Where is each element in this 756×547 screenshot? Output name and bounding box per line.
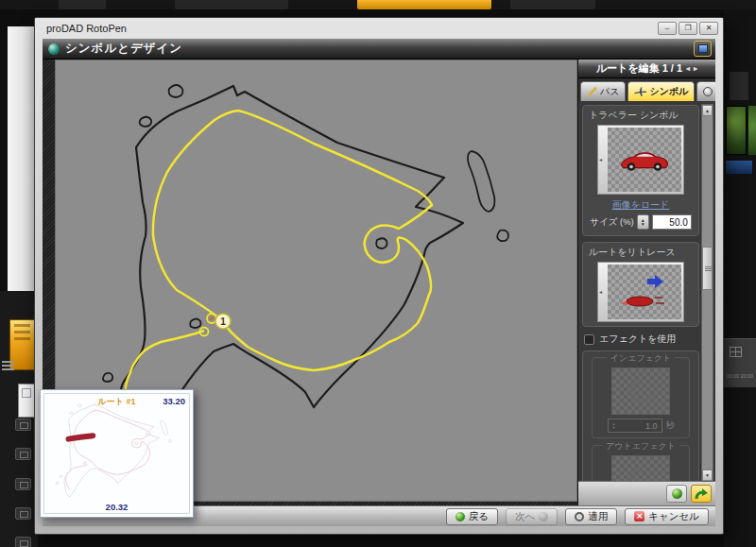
toolbar-active-button[interactable] [357, 0, 491, 9]
route-preview-panel: ルート #1 33.20 20.32 [40, 389, 194, 518]
out-effect-thumbnail[interactable] [611, 455, 670, 481]
scroll-down-button[interactable]: ▼ [702, 470, 713, 481]
tab-path-label: パス [600, 85, 619, 98]
apply-button[interactable]: 適用 [565, 508, 617, 525]
section-title: シンボルとデザイン [65, 41, 688, 57]
panel-toggle-button[interactable] [694, 41, 712, 57]
car-icon [617, 146, 672, 173]
retrace-group: ルートをリトレース ◂ [582, 242, 699, 327]
route-preview-inner: ルート #1 33.20 20.32 [43, 393, 190, 514]
preview-route [73, 410, 150, 474]
edit-panel: ルートを編集 1 / 1 ◂ ▸ パス シンボル トリミング [577, 60, 715, 505]
apply-icon [575, 512, 584, 521]
show-path-button[interactable] [691, 485, 712, 503]
retrace-title: ルートをリトレース [589, 246, 695, 259]
cancel-label: キャンセル [648, 510, 699, 523]
route-marker-label: 1 [220, 316, 226, 327]
pen-icon [587, 87, 597, 97]
preview-toggle-button[interactable] [666, 485, 687, 503]
traveler-symbol-group: トラベラー シンボル ◂ [582, 105, 699, 236]
back-icon [455, 512, 465, 521]
menu-icon [2, 361, 14, 371]
tab-symbol-label: シンボル [649, 85, 688, 98]
dialog-titlebar[interactable]: proDAD RotoPen – ❐ ✕ [35, 18, 723, 39]
traveler-symbol-thumbnail[interactable]: ◂ [597, 125, 684, 195]
swoosh-icon [612, 456, 669, 481]
in-effect-fieldset: インエフェクト ▲▼ 1.0 [592, 357, 690, 438]
dialog-title: proDAD RotoPen [46, 23, 656, 34]
background-library: 00:00 20:00 [724, 9, 756, 547]
in-effect-duration-stepper[interactable]: ▲▼ 1.0 [608, 419, 662, 433]
track-icon [15, 448, 31, 460]
library-thumbnail [726, 106, 747, 155]
panel-content: トラベラー シンボル ◂ [578, 101, 715, 481]
cancel-button[interactable]: ✕ キャンセル [625, 508, 709, 525]
out-effect-fieldset: アウトエフェクト ▲▼ 1.0 [592, 445, 690, 481]
route-prev-icon[interactable]: ◂ [686, 64, 690, 73]
library-item [730, 72, 748, 100]
minimize-button[interactable]: – [658, 22, 677, 35]
cancel-icon: ✕ [634, 511, 644, 521]
preview-outline [64, 404, 159, 497]
thumb-arrow-icon: ◂ [599, 156, 602, 162]
toolbar-button [510, 0, 595, 9]
effects-group: インエフェクト ▲▼ 1.0 [582, 350, 699, 481]
preview-top-value: 33.20 [163, 396, 185, 406]
use-effects-label: エフェクトを使用 [599, 333, 676, 346]
track-icon [15, 537, 31, 547]
size-input[interactable] [652, 214, 692, 230]
stepper-down-icon[interactable]: ▼ [641, 222, 645, 226]
route-pager-title: ルートを編集 1 / 1 [596, 61, 682, 76]
in-effect-thumbnail[interactable] [611, 368, 670, 415]
background-toolbar [0, 0, 756, 9]
preview-active-segment [69, 436, 94, 438]
preview-bottom-value: 20.32 [44, 502, 189, 512]
back-label: 戻る [469, 510, 489, 523]
preview-route-spur [65, 465, 87, 489]
back-button[interactable]: 戻る [446, 508, 498, 525]
size-row: サイズ (%) ▲ ▼ [587, 214, 695, 230]
size-stepper[interactable]: ▲ ▼ [637, 214, 649, 230]
swoosh-icon [612, 368, 669, 414]
clock-icon [703, 87, 713, 96]
apply-label: 適用 [588, 510, 608, 523]
route-node-center [210, 316, 214, 320]
close-button[interactable]: ✕ [699, 22, 718, 35]
out-effect-legend: アウトエフェクト [596, 440, 685, 453]
swoosh-arrow-icon [694, 487, 709, 501]
scroll-up-button[interactable]: ▲ [702, 105, 713, 116]
next-button: 次へ [506, 508, 558, 525]
thumb-arrow-icon: ◂ [599, 288, 602, 295]
timecode-label: 00:00 20:00 [727, 373, 754, 378]
in-effect-unit: 秒 [666, 419, 675, 432]
tab-symbol[interactable]: シンボル [627, 81, 695, 101]
route-next-icon[interactable]: ▸ [694, 64, 697, 73]
section-header: シンボルとデザイン [43, 39, 715, 60]
toolbar-button [59, 0, 106, 9]
globe-icon [672, 488, 682, 499]
scroll-thumb[interactable] [702, 247, 713, 290]
use-effects-checkbox[interactable] [584, 334, 594, 345]
in-effect-legend: インエフェクト [596, 352, 685, 365]
timeline-thumbnail [18, 384, 35, 418]
islands-outline [90, 85, 508, 409]
size-label: サイズ (%) [590, 216, 634, 229]
route-pager: ルートを編集 1 / 1 ◂ ▸ [578, 60, 715, 78]
next-icon [539, 512, 548, 521]
library-thumbnail [726, 161, 752, 174]
route-path[interactable] [153, 111, 432, 370]
panel-footer [578, 481, 715, 505]
tab-trimming[interactable]: トリミング [696, 81, 715, 101]
plane-icon [634, 87, 646, 97]
in-effect-duration-value: 1.0 [645, 421, 658, 431]
maximize-button[interactable]: ❐ [679, 22, 697, 35]
preview-islands [56, 403, 172, 484]
retrace-thumbnail[interactable]: ◂ [597, 262, 684, 322]
rotopen-logo-icon [48, 43, 60, 55]
tab-path[interactable]: パス [580, 81, 626, 101]
use-effects-row: エフェクトを使用 [584, 333, 697, 346]
panel-scrollbar[interactable]: ▲ ▼ [701, 104, 713, 482]
load-image-link[interactable]: 画像をロード [587, 198, 695, 212]
track-icon [15, 507, 31, 520]
panel-tabs: パス シンボル トリミング [578, 78, 715, 101]
